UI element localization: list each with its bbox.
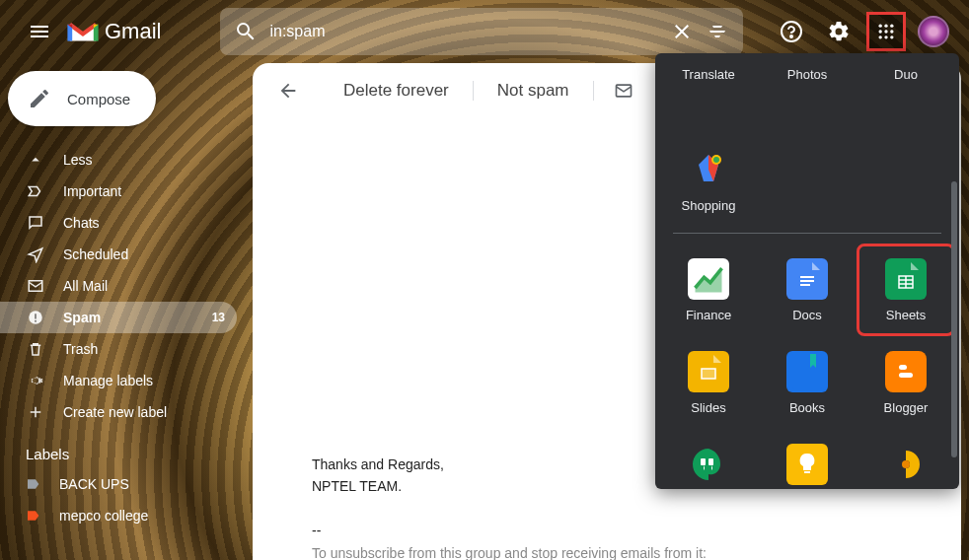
apps-grid-icon <box>876 22 896 41</box>
label-icon <box>26 508 41 524</box>
search-bar[interactable] <box>220 8 743 55</box>
svg-rect-33 <box>702 369 715 379</box>
labels-header: Labels <box>0 428 253 468</box>
app-translate[interactable]: Translate <box>659 63 758 134</box>
svg-rect-23 <box>800 276 814 278</box>
jamboard-icon <box>885 444 927 485</box>
svg-point-4 <box>879 25 882 28</box>
svg-rect-34 <box>792 354 822 389</box>
svg-rect-25 <box>800 284 810 286</box>
svg-point-9 <box>890 30 893 33</box>
app-keep[interactable]: Keep <box>758 429 857 489</box>
app-jamboard[interactable]: Jamboard <box>857 429 955 489</box>
spam-count: 13 <box>212 311 225 324</box>
gear-icon <box>26 371 45 390</box>
app-blogger[interactable]: Blogger <box>857 336 955 429</box>
slides-icon <box>688 351 729 392</box>
nav-allmail[interactable]: All Mail <box>0 270 237 302</box>
svg-point-20 <box>713 157 719 163</box>
sheets-icon <box>885 258 927 300</box>
app-sheets[interactable]: Sheets <box>857 244 955 336</box>
search-input[interactable] <box>269 23 658 40</box>
docs-icon <box>786 258 828 300</box>
chat-icon <box>26 213 45 233</box>
hangouts-icon <box>688 444 729 485</box>
main-menu-button[interactable] <box>16 8 63 55</box>
toolbar-divider <box>593 81 594 101</box>
app-slides[interactable]: Slides <box>659 336 758 429</box>
nav-scheduled[interactable]: Scheduled <box>0 239 237 270</box>
gmail-logo[interactable]: Gmail <box>67 19 161 44</box>
clear-search-icon[interactable] <box>670 20 694 43</box>
gmail-logo-icon <box>67 20 99 43</box>
svg-point-10 <box>879 35 882 38</box>
svg-point-16 <box>35 320 37 322</box>
scheduled-icon <box>26 245 45 264</box>
apps-scrollbar[interactable] <box>951 181 957 457</box>
spam-icon <box>26 308 45 327</box>
finance-icon <box>688 258 729 300</box>
label-mepco[interactable]: mepco college <box>0 500 253 531</box>
toolbar-divider <box>473 81 474 101</box>
svg-rect-36 <box>899 365 907 370</box>
svg-point-41 <box>902 460 910 468</box>
svg-rect-39 <box>708 458 713 465</box>
nav-chats[interactable]: Chats <box>0 207 237 239</box>
google-apps-button[interactable] <box>866 12 906 51</box>
app-photos[interactable]: Photos <box>758 63 857 134</box>
app-hangouts[interactable]: Hangouts <box>659 429 758 489</box>
svg-point-3 <box>790 35 792 37</box>
apps-divider <box>673 233 941 234</box>
email-separator: -- <box>312 520 902 541</box>
important-icon <box>26 181 45 201</box>
books-icon <box>786 351 828 392</box>
back-button[interactable] <box>268 71 308 110</box>
svg-point-12 <box>890 35 893 38</box>
svg-point-5 <box>884 25 887 28</box>
label-backups[interactable]: BACK UPS <box>0 468 253 500</box>
app-shopping[interactable]: Shopping <box>659 134 758 227</box>
label-icon <box>26 476 41 492</box>
trash-icon <box>26 339 45 359</box>
svg-rect-15 <box>35 314 37 318</box>
not-spam-button[interactable]: Not spam <box>484 73 583 108</box>
app-docs[interactable]: Docs <box>758 244 857 336</box>
app-books[interactable]: Books <box>758 336 857 429</box>
nav-trash[interactable]: Trash <box>0 333 237 365</box>
blogger-icon <box>885 351 927 392</box>
search-icon <box>234 20 258 43</box>
allmail-icon <box>26 276 45 296</box>
avatar-image <box>918 16 949 47</box>
mark-unread-button[interactable] <box>604 71 643 110</box>
nav-create-label[interactable]: Create new label <box>0 396 237 428</box>
svg-point-8 <box>884 30 887 33</box>
svg-point-7 <box>879 30 882 33</box>
nav-list: Less Important Chats Scheduled All Mail … <box>0 144 253 428</box>
nav-less[interactable]: Less <box>0 144 237 175</box>
pencil-icon <box>28 87 51 110</box>
account-avatar[interactable] <box>914 12 953 51</box>
google-apps-panel: Translate Photos Duo Shopping Finance Do… <box>655 53 959 489</box>
svg-rect-37 <box>899 373 913 378</box>
settings-button[interactable] <box>819 12 858 51</box>
email-unsubscribe: To unsubscribe from this group and stop … <box>312 542 902 560</box>
compose-label: Compose <box>67 91 130 107</box>
nav-important[interactable]: Important <box>0 175 237 207</box>
svg-point-11 <box>884 35 887 38</box>
gmail-brand-text: Gmail <box>105 19 161 44</box>
chevron-up-icon <box>26 150 45 170</box>
compose-button[interactable]: Compose <box>8 71 156 126</box>
header-right <box>772 12 953 51</box>
search-options-icon[interactable] <box>706 20 729 43</box>
sidebar: Compose Less Important Chats Scheduled A… <box>0 63 253 560</box>
app-finance[interactable]: Finance <box>659 244 758 336</box>
nav-manage-labels[interactable]: Manage labels <box>0 365 237 396</box>
delete-forever-button[interactable]: Delete forever <box>330 73 463 108</box>
plus-icon <box>26 402 45 422</box>
svg-rect-24 <box>800 280 814 282</box>
app-duo[interactable]: Duo <box>857 63 955 134</box>
support-button[interactable] <box>772 12 811 51</box>
svg-rect-40 <box>804 471 810 473</box>
svg-rect-38 <box>701 458 706 465</box>
nav-spam[interactable]: Spam13 <box>0 302 237 333</box>
